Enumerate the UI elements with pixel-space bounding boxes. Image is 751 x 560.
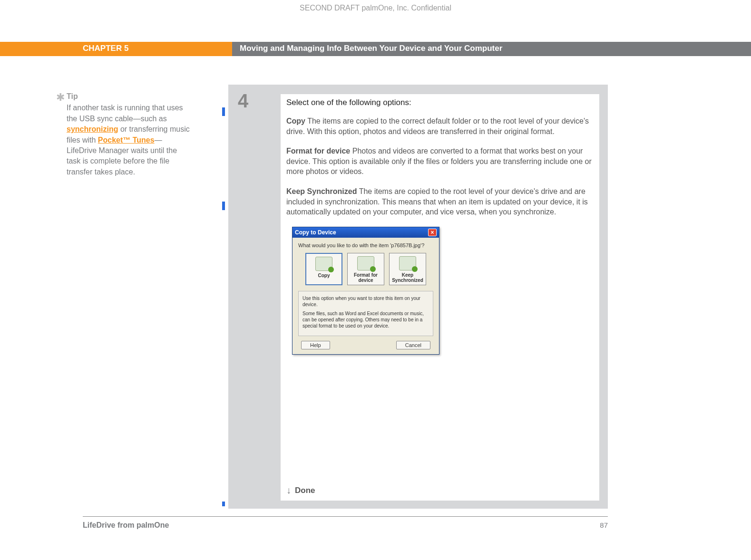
tip-label: Tip <box>67 91 190 102</box>
option-copy-label: Copy <box>286 117 305 125</box>
device-sync-icon <box>399 256 416 270</box>
done-label: Done <box>295 486 315 495</box>
dialog-options: Copy Format for device Keep Synchronized <box>298 253 433 285</box>
copy-to-device-dialog: Copy to Device × What would you like to … <box>292 227 439 355</box>
option-copy: Copy The items are copied to the correct… <box>286 116 594 136</box>
option-button-keep-label2: Synchronized <box>392 278 423 283</box>
option-button-format-label2: device <box>358 278 373 283</box>
synchronizing-link[interactable]: synchronizing <box>67 125 118 133</box>
footer-page-number: 87 <box>600 521 608 529</box>
dialog-question: What would you like to do with the item … <box>298 242 433 248</box>
device-copy-icon <box>315 257 332 271</box>
option-button-keep-label1: Keep <box>402 272 413 278</box>
chapter-title: Moving and Managing Info Between Your De… <box>240 44 502 53</box>
step-panel: 4 Select one of the following options: C… <box>228 85 608 509</box>
chapter-title-block: Moving and Managing Info Between Your De… <box>232 42 751 56</box>
option-button-copy[interactable]: Copy <box>305 253 342 285</box>
margin-marker <box>222 202 225 210</box>
dialog-hint-2: Some files, such as Word and Excel docum… <box>302 310 429 329</box>
footer-product: LifeDrive from palmOne <box>83 521 169 530</box>
option-keep: Keep Synchronized The items are copied t… <box>286 186 594 217</box>
pocket-tunes-link[interactable]: Pocket™ Tunes <box>98 136 155 144</box>
confidential-watermark: SECOND DRAFT palmOne, Inc. Confidential <box>0 4 751 12</box>
tip-star-icon: ✱ <box>56 90 65 105</box>
cancel-button[interactable]: Cancel <box>396 341 430 349</box>
tip-text-1: If another task is running that uses the… <box>67 104 183 122</box>
option-format: Format for device Photos and videos are … <box>286 146 594 177</box>
help-button[interactable]: Help <box>301 341 330 349</box>
chapter-header: CHAPTER 5 Moving and Managing Info Betwe… <box>0 42 751 56</box>
option-keep-label: Keep Synchronized <box>286 187 357 195</box>
dialog-body: What would you like to do with the item … <box>293 238 439 354</box>
margin-marker <box>222 502 225 506</box>
close-icon[interactable]: × <box>428 229 437 236</box>
option-copy-text: The items are copied to the correct defa… <box>286 117 589 135</box>
footer-rule <box>83 516 608 517</box>
tip-body: If another task is running that uses the… <box>67 103 190 177</box>
done-row: ↓ Done <box>286 485 315 496</box>
step-instruction: Select one of the following options: <box>286 98 594 107</box>
option-button-keep[interactable]: Keep Synchronized <box>389 253 426 285</box>
dialog-hint-box: Use this option when you want to store t… <box>298 291 433 336</box>
option-button-copy-label: Copy <box>318 273 330 278</box>
done-arrow-icon: ↓ <box>286 485 291 496</box>
option-format-label: Format for device <box>286 147 350 155</box>
margin-marker <box>222 107 225 116</box>
chapter-label: CHAPTER 5 <box>83 44 128 53</box>
chapter-label-block: CHAPTER 5 <box>0 42 232 56</box>
step-number: 4 <box>238 90 248 112</box>
device-format-icon <box>357 256 374 270</box>
dialog-titlebar: Copy to Device × <box>293 227 439 238</box>
dialog-hint-1: Use this option when you want to store t… <box>302 295 429 308</box>
step-content: Select one of the following options: Cop… <box>281 94 599 501</box>
dialog-title: Copy to Device <box>295 229 336 236</box>
tip-sidebar: ✱ Tip If another task is running that us… <box>67 91 190 177</box>
dialog-button-row: Help Cancel <box>298 341 433 350</box>
option-button-format-label1: Format for <box>354 272 378 278</box>
option-button-format[interactable]: Format for device <box>347 253 384 285</box>
